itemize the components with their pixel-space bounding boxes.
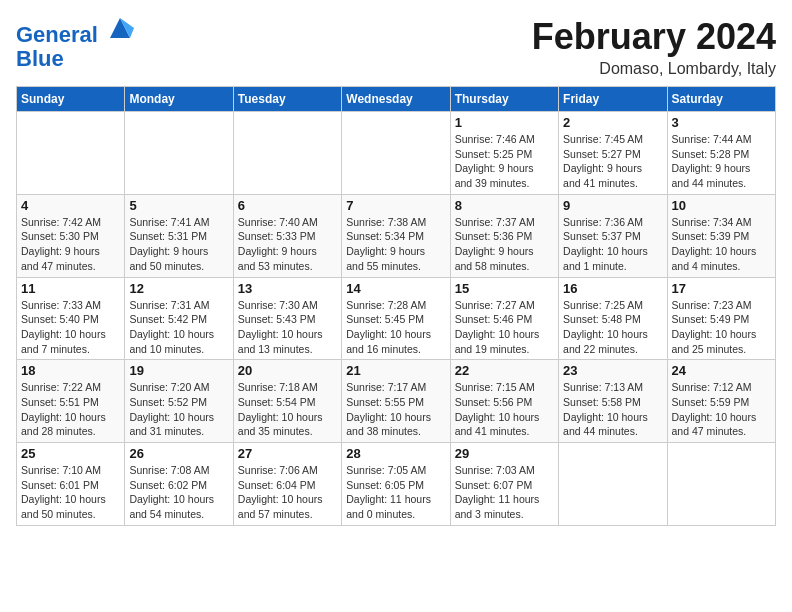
calendar-week-1: 1Sunrise: 7:46 AM Sunset: 5:25 PM Daylig…: [17, 112, 776, 195]
weekday-header-thursday: Thursday: [450, 87, 558, 112]
day-info: Sunrise: 7:38 AM Sunset: 5:34 PM Dayligh…: [346, 215, 445, 274]
day-info: Sunrise: 7:45 AM Sunset: 5:27 PM Dayligh…: [563, 132, 662, 191]
title-section: February 2024 Domaso, Lombardy, Italy: [532, 16, 776, 78]
calendar-cell: [17, 112, 125, 195]
day-number: 29: [455, 446, 554, 461]
day-number: 1: [455, 115, 554, 130]
calendar-cell: 18Sunrise: 7:22 AM Sunset: 5:51 PM Dayli…: [17, 360, 125, 443]
day-number: 23: [563, 363, 662, 378]
day-number: 24: [672, 363, 771, 378]
day-number: 25: [21, 446, 120, 461]
weekday-header-row: SundayMondayTuesdayWednesdayThursdayFrid…: [17, 87, 776, 112]
day-number: 3: [672, 115, 771, 130]
calendar-cell: 12Sunrise: 7:31 AM Sunset: 5:42 PM Dayli…: [125, 277, 233, 360]
day-number: 6: [238, 198, 337, 213]
day-number: 22: [455, 363, 554, 378]
day-info: Sunrise: 7:33 AM Sunset: 5:40 PM Dayligh…: [21, 298, 120, 357]
calendar-week-4: 18Sunrise: 7:22 AM Sunset: 5:51 PM Dayli…: [17, 360, 776, 443]
weekday-header-sunday: Sunday: [17, 87, 125, 112]
calendar-cell: [342, 112, 450, 195]
day-number: 20: [238, 363, 337, 378]
calendar-table: SundayMondayTuesdayWednesdayThursdayFrid…: [16, 86, 776, 526]
day-number: 12: [129, 281, 228, 296]
calendar-cell: 14Sunrise: 7:28 AM Sunset: 5:45 PM Dayli…: [342, 277, 450, 360]
day-number: 2: [563, 115, 662, 130]
calendar-week-3: 11Sunrise: 7:33 AM Sunset: 5:40 PM Dayli…: [17, 277, 776, 360]
calendar-cell: 13Sunrise: 7:30 AM Sunset: 5:43 PM Dayli…: [233, 277, 341, 360]
day-info: Sunrise: 7:20 AM Sunset: 5:52 PM Dayligh…: [129, 380, 228, 439]
calendar-cell: [667, 443, 775, 526]
calendar-cell: 3Sunrise: 7:44 AM Sunset: 5:28 PM Daylig…: [667, 112, 775, 195]
calendar-cell: 11Sunrise: 7:33 AM Sunset: 5:40 PM Dayli…: [17, 277, 125, 360]
calendar-cell: 5Sunrise: 7:41 AM Sunset: 5:31 PM Daylig…: [125, 194, 233, 277]
calendar-cell: 10Sunrise: 7:34 AM Sunset: 5:39 PM Dayli…: [667, 194, 775, 277]
day-number: 17: [672, 281, 771, 296]
day-info: Sunrise: 7:06 AM Sunset: 6:04 PM Dayligh…: [238, 463, 337, 522]
day-info: Sunrise: 7:12 AM Sunset: 5:59 PM Dayligh…: [672, 380, 771, 439]
day-info: Sunrise: 7:13 AM Sunset: 5:58 PM Dayligh…: [563, 380, 662, 439]
day-number: 8: [455, 198, 554, 213]
day-info: Sunrise: 7:30 AM Sunset: 5:43 PM Dayligh…: [238, 298, 337, 357]
logo-text: General: [16, 20, 134, 47]
calendar-cell: 17Sunrise: 7:23 AM Sunset: 5:49 PM Dayli…: [667, 277, 775, 360]
logo-blue-text: Blue: [16, 47, 134, 71]
weekday-header-wednesday: Wednesday: [342, 87, 450, 112]
calendar-cell: 7Sunrise: 7:38 AM Sunset: 5:34 PM Daylig…: [342, 194, 450, 277]
calendar-cell: 1Sunrise: 7:46 AM Sunset: 5:25 PM Daylig…: [450, 112, 558, 195]
day-number: 19: [129, 363, 228, 378]
header: General Blue February 2024 Domaso, Lomba…: [16, 16, 776, 78]
calendar-cell: 9Sunrise: 7:36 AM Sunset: 5:37 PM Daylig…: [559, 194, 667, 277]
calendar-cell: 21Sunrise: 7:17 AM Sunset: 5:55 PM Dayli…: [342, 360, 450, 443]
calendar-cell: [233, 112, 341, 195]
day-info: Sunrise: 7:46 AM Sunset: 5:25 PM Dayligh…: [455, 132, 554, 191]
day-info: Sunrise: 7:37 AM Sunset: 5:36 PM Dayligh…: [455, 215, 554, 274]
logo: General Blue: [16, 20, 134, 71]
day-info: Sunrise: 7:44 AM Sunset: 5:28 PM Dayligh…: [672, 132, 771, 191]
calendar-cell: 16Sunrise: 7:25 AM Sunset: 5:48 PM Dayli…: [559, 277, 667, 360]
calendar-cell: 27Sunrise: 7:06 AM Sunset: 6:04 PM Dayli…: [233, 443, 341, 526]
day-info: Sunrise: 7:31 AM Sunset: 5:42 PM Dayligh…: [129, 298, 228, 357]
day-info: Sunrise: 7:22 AM Sunset: 5:51 PM Dayligh…: [21, 380, 120, 439]
day-info: Sunrise: 7:28 AM Sunset: 5:45 PM Dayligh…: [346, 298, 445, 357]
month-title: February 2024: [532, 16, 776, 58]
calendar-cell: 15Sunrise: 7:27 AM Sunset: 5:46 PM Dayli…: [450, 277, 558, 360]
day-info: Sunrise: 7:41 AM Sunset: 5:31 PM Dayligh…: [129, 215, 228, 274]
calendar-cell: 4Sunrise: 7:42 AM Sunset: 5:30 PM Daylig…: [17, 194, 125, 277]
location-title: Domaso, Lombardy, Italy: [532, 60, 776, 78]
calendar-cell: 19Sunrise: 7:20 AM Sunset: 5:52 PM Dayli…: [125, 360, 233, 443]
day-number: 26: [129, 446, 228, 461]
calendar-cell: [125, 112, 233, 195]
day-number: 11: [21, 281, 120, 296]
calendar-cell: 20Sunrise: 7:18 AM Sunset: 5:54 PM Dayli…: [233, 360, 341, 443]
day-number: 28: [346, 446, 445, 461]
day-number: 13: [238, 281, 337, 296]
day-info: Sunrise: 7:23 AM Sunset: 5:49 PM Dayligh…: [672, 298, 771, 357]
weekday-header-tuesday: Tuesday: [233, 87, 341, 112]
day-info: Sunrise: 7:05 AM Sunset: 6:05 PM Dayligh…: [346, 463, 445, 522]
day-number: 9: [563, 198, 662, 213]
calendar-cell: 25Sunrise: 7:10 AM Sunset: 6:01 PM Dayli…: [17, 443, 125, 526]
day-info: Sunrise: 7:25 AM Sunset: 5:48 PM Dayligh…: [563, 298, 662, 357]
day-info: Sunrise: 7:15 AM Sunset: 5:56 PM Dayligh…: [455, 380, 554, 439]
day-number: 15: [455, 281, 554, 296]
calendar-cell: 29Sunrise: 7:03 AM Sunset: 6:07 PM Dayli…: [450, 443, 558, 526]
logo-icon: [106, 14, 134, 42]
calendar-cell: 26Sunrise: 7:08 AM Sunset: 6:02 PM Dayli…: [125, 443, 233, 526]
day-info: Sunrise: 7:36 AM Sunset: 5:37 PM Dayligh…: [563, 215, 662, 274]
weekday-header-saturday: Saturday: [667, 87, 775, 112]
day-info: Sunrise: 7:10 AM Sunset: 6:01 PM Dayligh…: [21, 463, 120, 522]
day-info: Sunrise: 7:08 AM Sunset: 6:02 PM Dayligh…: [129, 463, 228, 522]
day-info: Sunrise: 7:17 AM Sunset: 5:55 PM Dayligh…: [346, 380, 445, 439]
day-number: 5: [129, 198, 228, 213]
day-info: Sunrise: 7:27 AM Sunset: 5:46 PM Dayligh…: [455, 298, 554, 357]
day-number: 14: [346, 281, 445, 296]
day-info: Sunrise: 7:03 AM Sunset: 6:07 PM Dayligh…: [455, 463, 554, 522]
calendar-week-5: 25Sunrise: 7:10 AM Sunset: 6:01 PM Dayli…: [17, 443, 776, 526]
weekday-header-monday: Monday: [125, 87, 233, 112]
day-number: 27: [238, 446, 337, 461]
calendar-cell: 22Sunrise: 7:15 AM Sunset: 5:56 PM Dayli…: [450, 360, 558, 443]
day-info: Sunrise: 7:40 AM Sunset: 5:33 PM Dayligh…: [238, 215, 337, 274]
calendar-cell: [559, 443, 667, 526]
day-number: 4: [21, 198, 120, 213]
calendar-cell: 23Sunrise: 7:13 AM Sunset: 5:58 PM Dayli…: [559, 360, 667, 443]
